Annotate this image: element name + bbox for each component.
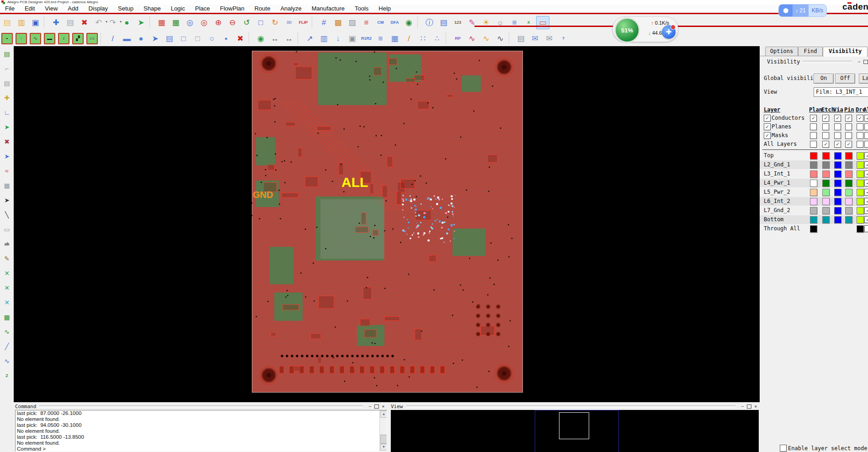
tab-visibility[interactable]: Visibility — [823, 47, 868, 57]
layer-color-swatch[interactable] — [822, 216, 830, 223]
layer-all-checkbox[interactable]: ✓ — [864, 152, 868, 159]
delete-icon[interactable]: ✖ — [78, 16, 91, 29]
layer-color-swatch[interactable] — [857, 207, 864, 214]
dfa-spreadsheet-icon[interactable]: DFA — [388, 16, 401, 29]
shape-small-rect-icon[interactable]: ▪ — [219, 32, 233, 45]
flip-design-icon[interactable]: FLIP — [297, 16, 310, 29]
menu-help[interactable]: Help — [373, 5, 396, 12]
visibility-film-icon-6[interactable]: ▞ — [72, 33, 84, 44]
cell-checkbox[interactable]: ✓ — [845, 141, 852, 148]
new-file-icon[interactable]: ▤ — [0, 16, 14, 29]
command-prompt[interactable]: Command > — [16, 446, 387, 452]
net-schedule-icon[interactable]: ∿ — [465, 32, 479, 45]
cell-checkbox[interactable] — [810, 132, 817, 139]
rect-tool-icon[interactable]: ▭ — [1, 223, 13, 235]
ic-pins-icon[interactable]: ▥ — [317, 32, 330, 45]
layer-color-swatch[interactable] — [845, 198, 852, 205]
snapshot-icon[interactable]: ▣ — [346, 32, 359, 45]
command-scrollbar[interactable]: ▲ ▼ — [379, 410, 387, 451]
hand-tool-icon[interactable]: ✚ — [1, 92, 13, 104]
layer-color-swatch[interactable] — [834, 207, 841, 214]
layer-all-checkbox[interactable]: ✓ — [864, 180, 868, 186]
layer-color-swatch[interactable] — [834, 152, 841, 160]
arrow-tool-icon[interactable]: ➤ — [1, 150, 13, 162]
property-edit-icon[interactable]: ≈ — [1, 165, 13, 177]
layer-color-swatch[interactable] — [810, 225, 817, 233]
bend-tool-icon[interactable]: ∟ — [1, 106, 13, 118]
minimize-icon[interactable]: — — [367, 404, 373, 409]
shape-circle-outline-icon[interactable]: ○ — [205, 32, 218, 45]
visibility-film-icon-4[interactable]: ▬ — [44, 33, 55, 44]
cell-checkbox[interactable] — [810, 141, 817, 148]
layer-color-swatch[interactable] — [834, 170, 841, 178]
cell-checkbox[interactable] — [822, 132, 829, 139]
scroll-up-icon[interactable]: ▲ — [380, 411, 387, 418]
shape-square-icon[interactable]: □ — [191, 32, 204, 45]
cell-checkbox[interactable] — [810, 123, 817, 130]
minimize-icon[interactable]: — — [740, 404, 746, 409]
assistant-ball[interactable]: ✚ — [662, 25, 676, 39]
group-checkbox[interactable]: ✓ — [764, 132, 771, 139]
fix-tool-icon[interactable]: ✖ — [1, 136, 13, 148]
menu-setup[interactable]: Setup — [113, 5, 138, 12]
cursor-icon[interactable]: ➤ — [1, 194, 13, 206]
world-map-icon[interactable]: ◉ — [402, 16, 415, 29]
cell-checkbox[interactable]: ✓ — [822, 141, 829, 148]
hourglass-icon[interactable]: X — [522, 16, 535, 29]
dim-icon[interactable]: ☼ — [494, 16, 507, 29]
layer-color-swatch[interactable] — [857, 152, 864, 160]
route-tool-icon[interactable]: ∿ — [1, 326, 13, 338]
ruler-icon[interactable]: ⌐ — [1, 63, 13, 74]
layer-color-swatch[interactable] — [834, 189, 841, 196]
show-element-icon[interactable]: ⓘ — [423, 16, 436, 29]
mail-icon[interactable]: ✉ — [543, 32, 556, 45]
zoom-previous-icon[interactable]: ↺ — [240, 16, 253, 29]
custom-wave-icon[interactable]: ∿ — [494, 32, 507, 45]
layer-color-swatch[interactable] — [834, 180, 841, 187]
cell-checkbox[interactable] — [864, 132, 868, 139]
copy-icon[interactable]: ▤ — [64, 16, 77, 29]
view-window-titlebar[interactable]: View — ✕ — [391, 403, 759, 409]
copy-clipboard-icon[interactable]: ▤ — [514, 32, 527, 45]
cell-checkbox[interactable] — [822, 123, 829, 130]
layer-color-swatch[interactable] — [834, 161, 841, 169]
restore-icon[interactable] — [374, 404, 379, 409]
show-measure-icon[interactable]: ▤ — [437, 16, 450, 29]
layer-color-swatch[interactable] — [845, 207, 852, 214]
measure-width-icon[interactable]: ↔ — [282, 32, 296, 45]
zoom-fit-icon[interactable]: □ — [254, 16, 267, 29]
view-3d-icon[interactable]: 3D — [282, 16, 296, 29]
zoom-in-icon[interactable]: ⊕ — [212, 16, 225, 29]
scroll-down-icon[interactable]: ▼ — [380, 444, 387, 451]
shape-circle-icon[interactable]: ● — [134, 32, 148, 45]
menu-place[interactable]: Place — [190, 5, 215, 12]
layer-color-swatch[interactable] — [810, 189, 817, 196]
layer-color-swatch[interactable] — [845, 180, 852, 187]
layer-all-checkbox[interactable]: ✓ — [864, 216, 868, 223]
command-window-titlebar[interactable]: Command — ✕ — [15, 403, 386, 409]
export-icon[interactable]: ↗ — [303, 32, 316, 45]
grid-toggle-icon[interactable]: # — [317, 16, 330, 29]
topology-icon[interactable]: ∿ — [479, 32, 493, 45]
color-dialog-icon[interactable]: ▩ — [331, 16, 345, 29]
layer-color-swatch[interactable] — [822, 161, 830, 169]
layer-color-swatch[interactable] — [834, 198, 841, 205]
move-icon[interactable]: ✚ — [49, 16, 63, 29]
line-tool-icon[interactable]: ╲ — [1, 209, 13, 221]
zoom-points-icon[interactable]: ◎ — [183, 16, 197, 29]
help-icon[interactable]: ? — [557, 32, 570, 45]
close-icon[interactable]: ✕ — [380, 404, 386, 409]
cell-checkbox[interactable]: ✓ — [857, 115, 863, 122]
dehighlight-icon[interactable]: ✎ — [465, 16, 479, 29]
layer-color-swatch[interactable] — [845, 152, 852, 160]
menu-logic[interactable]: Logic — [166, 5, 190, 12]
cell-checkbox[interactable]: ✓ — [845, 115, 852, 122]
layer-color-swatch[interactable] — [822, 180, 830, 187]
layer-color-swatch[interactable] — [822, 152, 830, 160]
report-icon[interactable]: ▤ — [1, 77, 13, 89]
menu-display[interactable]: Display — [83, 5, 113, 12]
open-file-icon[interactable]: ▥ — [15, 16, 28, 29]
cell-checkbox[interactable]: ✓ — [864, 115, 868, 122]
swap-icon[interactable]: ✕ — [1, 297, 13, 308]
waive-drc-icon[interactable]: ≡ — [508, 16, 521, 29]
